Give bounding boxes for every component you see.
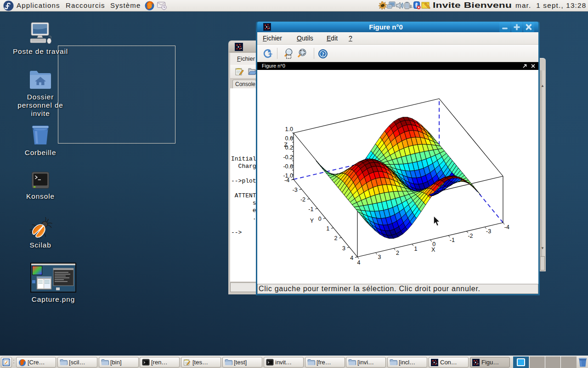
svg-text:4: 4 — [357, 259, 361, 266]
svg-text:1: 1 — [326, 225, 329, 232]
svg-text:-0.6: -0.6 — [283, 163, 293, 170]
svg-text:-2: -2 — [468, 233, 473, 239]
svg-text:0.6: 0.6 — [285, 135, 293, 142]
svg-text:-2: -2 — [300, 196, 305, 203]
svg-text:-3: -3 — [292, 187, 297, 193]
svg-text:1: 1 — [414, 246, 418, 252]
svg-text:2: 2 — [334, 235, 338, 242]
svg-text:-4: -4 — [504, 224, 509, 230]
svg-text:3: 3 — [342, 245, 345, 252]
svg-text:-1.0: -1.0 — [283, 172, 293, 179]
svg-text:4: 4 — [350, 255, 353, 261]
svg-text:-0.2: -0.2 — [283, 154, 293, 161]
svg-text:?: ? — [322, 51, 324, 58]
svg-text:-1: -1 — [308, 206, 313, 213]
svg-text:0: 0 — [318, 216, 322, 222]
svg-text:1.0: 1.0 — [285, 126, 293, 132]
svg-text:X: X — [431, 247, 435, 253]
svg-text:Z: Z — [284, 142, 288, 148]
svg-text:-1: -1 — [450, 237, 455, 243]
svg-text:3: 3 — [378, 254, 381, 260]
svg-text:-3: -3 — [486, 228, 491, 235]
svg-text:Y: Y — [310, 218, 314, 224]
svg-text:2: 2 — [396, 250, 399, 256]
